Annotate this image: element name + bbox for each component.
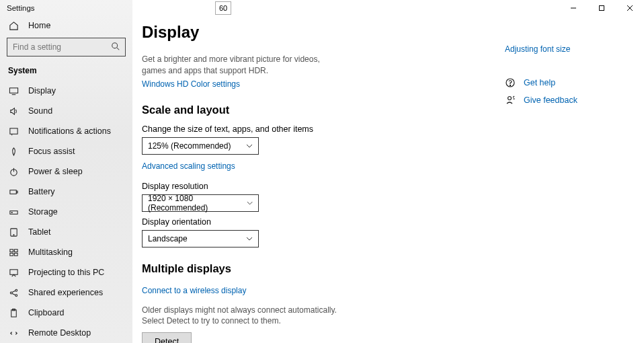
svg-line-5 xyxy=(117,48,120,50)
sidebar-item-storage[interactable]: Storage xyxy=(0,202,132,222)
sidebar-item-label: Tablet xyxy=(28,227,50,237)
scale-label: Change the size of text, apps, and other… xyxy=(142,124,505,134)
svg-rect-21 xyxy=(9,269,17,274)
maximize-button[interactable] xyxy=(588,0,616,16)
power-icon xyxy=(8,166,19,177)
minimize-button[interactable] xyxy=(559,0,588,16)
window-title: Settings xyxy=(0,0,42,16)
sidebar-item-focus-assist[interactable]: Focus assist xyxy=(0,141,132,161)
sidebar-item-shared-experiences[interactable]: Shared experiences xyxy=(0,282,132,303)
resolution-label: Display resolution xyxy=(142,182,505,191)
svg-point-23 xyxy=(15,289,17,291)
sidebar-item-label: Remote Desktop xyxy=(28,328,91,338)
scale-select[interactable]: 125% (Recommended) xyxy=(142,137,259,155)
sidebar-item-remote-desktop[interactable]: Remote Desktop xyxy=(0,323,132,343)
battery-icon xyxy=(8,186,19,197)
chevron-down-icon xyxy=(246,235,253,242)
sidebar: Home System Display Sound Notifications … xyxy=(0,0,132,343)
sidebar-item-label: Power & sleep xyxy=(28,167,83,176)
detect-button[interactable]: Detect xyxy=(142,332,192,343)
display-icon xyxy=(8,85,19,96)
sidebar-item-label: Battery xyxy=(28,187,55,196)
svg-rect-11 xyxy=(9,190,15,194)
svg-point-31 xyxy=(508,97,512,100)
svg-point-22 xyxy=(10,292,12,294)
sidebar-item-label: Projecting to this PC xyxy=(28,268,104,277)
sidebar-item-sound[interactable]: Sound xyxy=(0,101,132,121)
chevron-down-icon xyxy=(247,200,253,206)
orientation-select[interactable]: Landscape xyxy=(142,230,259,247)
search-icon xyxy=(111,42,120,51)
sidebar-item-label: Clipboard xyxy=(28,308,65,317)
storage-icon xyxy=(8,206,19,217)
hdr-settings-link[interactable]: Windows HD Color settings xyxy=(142,79,240,89)
notifications-icon xyxy=(8,126,19,137)
svg-point-30 xyxy=(510,85,510,85)
svg-point-24 xyxy=(15,294,17,296)
feedback-icon xyxy=(505,95,516,106)
sidebar-item-label: Sound xyxy=(28,106,52,116)
scale-layout-heading: Scale and layout xyxy=(142,104,505,116)
svg-line-25 xyxy=(12,291,15,292)
home-icon xyxy=(8,20,19,31)
sidebar-item-label: Shared experiences xyxy=(28,288,103,297)
page-title: Display xyxy=(142,23,505,42)
chevron-down-icon xyxy=(246,143,253,149)
svg-rect-27 xyxy=(11,309,16,316)
hdr-description: Get a brighter and more vibrant picture … xyxy=(142,54,344,77)
orientation-label: Display orientation xyxy=(142,217,505,227)
sidebar-item-clipboard[interactable]: Clipboard xyxy=(0,303,132,323)
svg-line-26 xyxy=(12,293,15,295)
remote-desktop-icon xyxy=(8,328,19,338)
help-icon xyxy=(505,77,516,88)
adjusting-font-size-link[interactable]: Adjusting font size xyxy=(505,44,609,54)
sidebar-item-battery[interactable]: Battery xyxy=(0,182,132,202)
resolution-value: 1920 × 1080 (Recommended) xyxy=(148,194,247,213)
sidebar-item-multitasking[interactable]: Multitasking xyxy=(0,242,132,262)
home-label: Home xyxy=(28,21,50,30)
give-feedback-link[interactable]: Give feedback xyxy=(505,91,609,109)
sidebar-item-display[interactable]: Display xyxy=(0,81,132,101)
orientation-value: Landscape xyxy=(148,234,188,243)
search-input[interactable] xyxy=(7,38,126,56)
sidebar-item-projecting[interactable]: Projecting to this PC xyxy=(0,262,132,282)
sidebar-item-label: Focus assist xyxy=(28,147,75,156)
projecting-icon xyxy=(8,267,19,278)
svg-rect-12 xyxy=(16,191,17,193)
resolution-select[interactable]: 1920 × 1080 (Recommended) xyxy=(142,194,259,212)
sidebar-item-notifications[interactable]: Notifications & actions xyxy=(0,121,132,141)
get-help-link[interactable]: Get help xyxy=(505,74,609,91)
svg-point-14 xyxy=(11,212,12,213)
tablet-icon xyxy=(8,227,19,237)
scale-value: 125% (Recommended) xyxy=(148,141,231,151)
clipboard-icon xyxy=(8,307,19,318)
detect-description: Older displays might not always connect … xyxy=(142,305,344,328)
svg-rect-6 xyxy=(9,87,17,93)
close-button[interactable] xyxy=(616,0,644,16)
svg-rect-19 xyxy=(9,253,13,256)
svg-point-4 xyxy=(112,43,118,48)
sound-icon xyxy=(8,106,19,116)
shared-experiences-icon xyxy=(8,287,19,298)
get-help-label: Get help xyxy=(524,78,555,87)
svg-rect-13 xyxy=(9,211,17,214)
svg-rect-17 xyxy=(9,249,13,252)
focus-assist-icon xyxy=(8,146,19,157)
multiple-displays-heading: Multiple displays xyxy=(142,262,505,275)
svg-rect-1 xyxy=(600,6,604,11)
sidebar-item-label: Display xyxy=(28,86,56,96)
advanced-scaling-link[interactable]: Advanced scaling settings xyxy=(142,161,235,171)
sidebar-item-label: Storage xyxy=(28,207,58,217)
multitasking-icon xyxy=(8,247,19,258)
sidebar-item-label: Multitasking xyxy=(28,247,73,257)
svg-rect-8 xyxy=(9,128,17,133)
sidebar-item-tablet[interactable]: Tablet xyxy=(0,222,132,242)
wireless-display-link[interactable]: Connect to a wireless display xyxy=(142,286,246,295)
svg-rect-18 xyxy=(14,249,17,252)
svg-rect-20 xyxy=(14,253,17,256)
home-link[interactable]: Home xyxy=(0,20,132,31)
sidebar-item-label: Notifications & actions xyxy=(28,126,111,136)
sidebar-item-power-sleep[interactable]: Power & sleep xyxy=(0,161,132,182)
sidebar-section-label: System xyxy=(0,63,132,81)
svg-point-16 xyxy=(13,234,13,235)
